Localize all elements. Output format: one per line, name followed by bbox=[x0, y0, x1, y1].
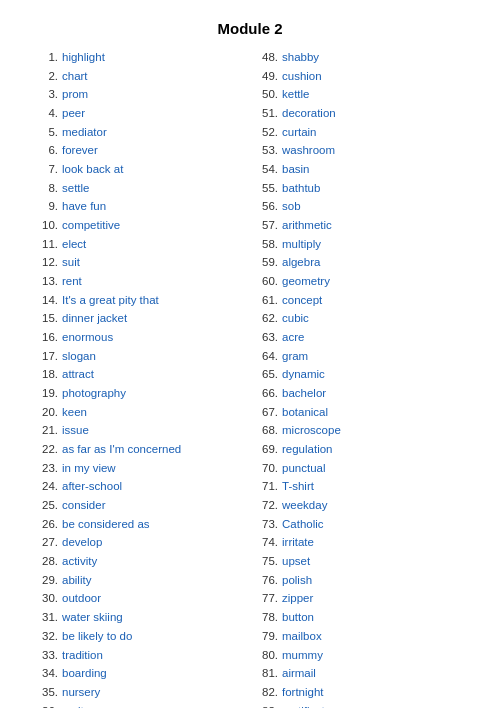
list-item: 12.suit bbox=[30, 254, 250, 271]
item-number: 25. bbox=[30, 497, 58, 514]
item-word: activity bbox=[62, 553, 97, 570]
list-item: 9.have fun bbox=[30, 198, 250, 215]
item-number: 64. bbox=[250, 348, 278, 365]
item-number: 17. bbox=[30, 348, 58, 365]
item-number: 27. bbox=[30, 534, 58, 551]
list-item: 29.ability bbox=[30, 572, 250, 589]
item-word: look back at bbox=[62, 161, 123, 178]
item-word: boarding bbox=[62, 665, 107, 682]
item-number: 58. bbox=[250, 236, 278, 253]
list-item: 82.fortnight bbox=[250, 684, 470, 701]
item-word: mummy bbox=[282, 647, 323, 664]
list-item: 18.attract bbox=[30, 366, 250, 383]
item-number: 13. bbox=[30, 273, 58, 290]
item-word: competitive bbox=[62, 217, 120, 234]
list-item: 8.settle bbox=[30, 180, 250, 197]
item-word: gram bbox=[282, 348, 308, 365]
item-number: 72. bbox=[250, 497, 278, 514]
item-word: basin bbox=[282, 161, 310, 178]
list-item: 66.bachelor bbox=[250, 385, 470, 402]
item-number: 75. bbox=[250, 553, 278, 570]
item-number: 54. bbox=[250, 161, 278, 178]
item-word: bathtub bbox=[282, 180, 320, 197]
list-item: 49.cushion bbox=[250, 68, 470, 85]
list-item: 77.zipper bbox=[250, 590, 470, 607]
list-item: 65.dynamic bbox=[250, 366, 470, 383]
list-item: 72.weekday bbox=[250, 497, 470, 514]
item-word: acre bbox=[282, 329, 304, 346]
list-item: 60.geometry bbox=[250, 273, 470, 290]
item-number: 10. bbox=[30, 217, 58, 234]
list-item: 30.outdoor bbox=[30, 590, 250, 607]
list-item: 73.Catholic bbox=[250, 516, 470, 533]
list-item: 4.peer bbox=[30, 105, 250, 122]
item-word: elect bbox=[62, 236, 86, 253]
list-item: 70.punctual bbox=[250, 460, 470, 477]
item-word: chart bbox=[62, 68, 88, 85]
list-item: 11.elect bbox=[30, 236, 250, 253]
list-item: 52.curtain bbox=[250, 124, 470, 141]
item-number: 60. bbox=[250, 273, 278, 290]
word-columns: 1.highlight2.chart3.prom4.peer5.mediator… bbox=[30, 49, 470, 708]
left-column: 1.highlight2.chart3.prom4.peer5.mediator… bbox=[30, 49, 250, 708]
list-item: 58.multiply bbox=[250, 236, 470, 253]
list-item: 48.shabby bbox=[250, 49, 470, 66]
item-word: Catholic bbox=[282, 516, 324, 533]
list-item: 50.kettle bbox=[250, 86, 470, 103]
item-number: 4. bbox=[30, 105, 58, 122]
item-word: develop bbox=[62, 534, 102, 551]
list-item: 68.microscope bbox=[250, 422, 470, 439]
item-word: It's a great pity that bbox=[62, 292, 159, 309]
item-word: nursery bbox=[62, 684, 100, 701]
item-word: after-school bbox=[62, 478, 122, 495]
item-word: zipper bbox=[282, 590, 313, 607]
list-item: 33.tradition bbox=[30, 647, 250, 664]
list-item: 55.bathtub bbox=[250, 180, 470, 197]
list-item: 26.be considered as bbox=[30, 516, 250, 533]
list-item: 83.certificate bbox=[250, 703, 470, 708]
list-item: 19.photography bbox=[30, 385, 250, 402]
item-number: 22. bbox=[30, 441, 58, 458]
item-number: 62. bbox=[250, 310, 278, 327]
item-number: 8. bbox=[30, 180, 58, 197]
item-number: 34. bbox=[30, 665, 58, 682]
item-number: 33. bbox=[30, 647, 58, 664]
list-item: 56.sob bbox=[250, 198, 470, 215]
item-word: kettle bbox=[282, 86, 310, 103]
list-item: 28.activity bbox=[30, 553, 250, 570]
item-word: botanical bbox=[282, 404, 328, 421]
item-word: highlight bbox=[62, 49, 105, 66]
list-item: 2.chart bbox=[30, 68, 250, 85]
item-word: prom bbox=[62, 86, 88, 103]
item-number: 82. bbox=[250, 684, 278, 701]
list-item: 21.issue bbox=[30, 422, 250, 439]
item-word: water skiing bbox=[62, 609, 123, 626]
list-item: 59.algebra bbox=[250, 254, 470, 271]
item-number: 49. bbox=[250, 68, 278, 85]
list-item: 14.It's a great pity that bbox=[30, 292, 250, 309]
item-word: button bbox=[282, 609, 314, 626]
item-number: 81. bbox=[250, 665, 278, 682]
list-item: 35.nursery bbox=[30, 684, 250, 701]
item-number: 7. bbox=[30, 161, 58, 178]
item-word: peer bbox=[62, 105, 85, 122]
item-number: 12. bbox=[30, 254, 58, 271]
list-item: 54.basin bbox=[250, 161, 470, 178]
list-item: 34.boarding bbox=[30, 665, 250, 682]
list-item: 32.be likely to do bbox=[30, 628, 250, 645]
item-word: dinner jacket bbox=[62, 310, 127, 327]
item-number: 29. bbox=[30, 572, 58, 589]
item-number: 73. bbox=[250, 516, 278, 533]
list-item: 76.polish bbox=[250, 572, 470, 589]
item-number: 30. bbox=[30, 590, 58, 607]
item-word: keen bbox=[62, 404, 87, 421]
item-number: 77. bbox=[250, 590, 278, 607]
item-number: 79. bbox=[250, 628, 278, 645]
item-number: 2. bbox=[30, 68, 58, 85]
list-item: 63.acre bbox=[250, 329, 470, 346]
item-number: 36. bbox=[30, 703, 58, 708]
item-word: curtain bbox=[282, 124, 317, 141]
item-word: fortnight bbox=[282, 684, 324, 701]
item-number: 5. bbox=[30, 124, 58, 141]
item-number: 9. bbox=[30, 198, 58, 215]
